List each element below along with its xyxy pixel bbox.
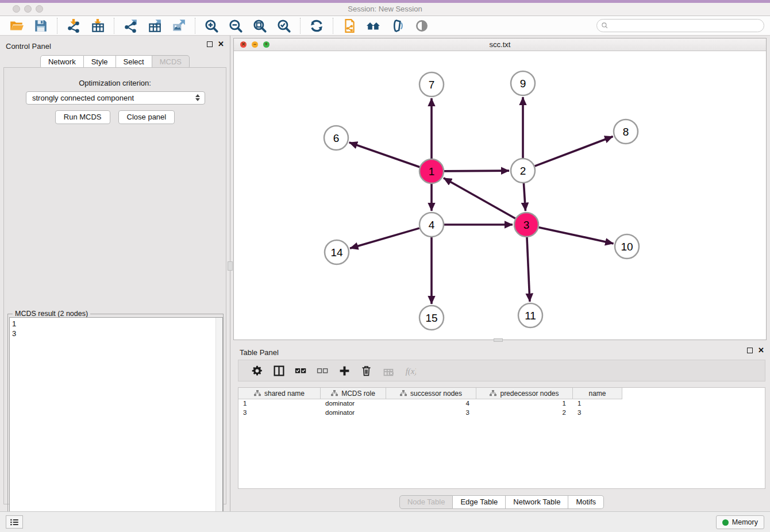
tab-node-table[interactable]: Node Table	[399, 495, 453, 509]
zoom-fit-icon[interactable]	[251, 18, 268, 34]
table-cell[interactable]: 3	[573, 408, 622, 418]
graph-node-9[interactable]: 9	[511, 71, 535, 95]
columns-icon[interactable]	[272, 364, 286, 377]
edge-4-14[interactable]	[350, 228, 419, 248]
close-panel-button[interactable]: Close panel	[118, 110, 175, 124]
table-cell[interactable]: dominator	[321, 408, 386, 418]
toolbar-separator	[114, 18, 114, 34]
float-panel-icon[interactable]	[207, 41, 213, 47]
graphics-details-icon[interactable]	[389, 18, 406, 34]
network-canvas[interactable]: 7968124314101511	[234, 51, 766, 340]
tab-motifs[interactable]: Motifs	[568, 495, 604, 509]
close-panel-icon[interactable]: ✕	[218, 41, 224, 47]
table-cell[interactable]: 3	[386, 408, 476, 418]
attribute-tree-icon	[331, 390, 338, 396]
tab-network-table[interactable]: Network Table	[506, 495, 568, 509]
toolbar-separator	[333, 18, 333, 34]
column-header-successor-nodes[interactable]: successor nodes	[386, 388, 476, 399]
graph-node-4[interactable]: 4	[419, 213, 444, 237]
column-header-shared-name[interactable]: shared name	[238, 388, 321, 399]
export-network-icon[interactable]	[122, 18, 139, 34]
close-window-icon[interactable]	[13, 5, 20, 13]
edge-3-1[interactable]	[444, 178, 515, 218]
frame-close-icon[interactable]: ✕	[240, 41, 247, 48]
select-all-icon[interactable]	[294, 364, 307, 377]
column-header-name[interactable]: name	[573, 388, 622, 399]
export-image-icon[interactable]	[170, 18, 187, 34]
birdseye-view-icon[interactable]	[413, 18, 430, 34]
edge-1-2[interactable]	[444, 171, 509, 171]
save-icon[interactable]	[32, 18, 49, 34]
add-column-icon[interactable]	[337, 364, 351, 377]
refresh-layout-icon[interactable]	[308, 18, 325, 34]
table-row[interactable]: 3dominator323	[238, 408, 765, 418]
graph-node-7[interactable]: 7	[419, 72, 444, 97]
delete-column-icon[interactable]	[359, 364, 373, 377]
table-panel-title: Table Panel	[240, 348, 279, 357]
svg-text:f(x): f(x)	[405, 366, 415, 376]
edge-3-10[interactable]	[538, 228, 613, 244]
open-icon[interactable]	[8, 18, 25, 34]
graph-node-8[interactable]: 8	[614, 119, 638, 144]
result-scrollbar[interactable]	[215, 318, 222, 532]
mcds-result-line: 3	[12, 329, 222, 338]
frame-minimize-icon[interactable]: −	[252, 41, 258, 48]
zoom-in-icon[interactable]	[203, 18, 220, 34]
table-cell[interactable]: 1	[476, 399, 573, 408]
import-network-icon[interactable]	[65, 18, 82, 34]
table-cell[interactable]: 1	[573, 399, 622, 408]
criterion-value: strongly connected component	[32, 94, 134, 102]
column-header-predecessor-nodes[interactable]: predecessor nodes	[476, 388, 573, 399]
edge-2-3[interactable]	[523, 183, 525, 211]
memory-status-icon	[722, 519, 729, 526]
zoom-out-icon[interactable]	[227, 18, 244, 34]
minimize-window-icon[interactable]	[24, 5, 32, 13]
edge-1-6[interactable]	[349, 142, 420, 167]
gear-icon[interactable]	[250, 364, 264, 377]
search-icon	[601, 22, 609, 29]
import-table-icon[interactable]	[89, 18, 106, 34]
zoom-window-icon[interactable]	[36, 5, 43, 13]
task-history-button[interactable]	[6, 515, 23, 529]
edge-3-11[interactable]	[527, 237, 530, 302]
column-header-MCDS-role[interactable]: MCDS role	[321, 388, 386, 399]
graph-node-15[interactable]: 15	[419, 306, 444, 330]
mcds-result-textarea[interactable]: 13	[9, 317, 223, 532]
edge-2-8[interactable]	[535, 137, 613, 167]
home-icon[interactable]	[365, 18, 382, 34]
graph-node-11[interactable]: 11	[518, 303, 542, 327]
graph-node-10[interactable]: 10	[615, 234, 639, 259]
graph-node-14[interactable]: 14	[325, 240, 349, 264]
node-label: 6	[333, 132, 340, 144]
table-cell[interactable]: dominator	[321, 399, 386, 408]
float-table-panel-icon[interactable]	[747, 348, 753, 353]
table-cell[interactable]: 2	[476, 408, 573, 418]
clone-network-icon[interactable]	[341, 18, 358, 34]
export-table-icon[interactable]	[146, 18, 163, 34]
network-frame-titlebar[interactable]: ✕ − + scc.txt	[234, 38, 766, 51]
table-row[interactable]: 1dominator411	[238, 399, 765, 408]
graph-node-1[interactable]: 1	[419, 159, 444, 183]
control-panel: Control Panel ✕ NetworkStyleSelectMCDS O…	[0, 36, 230, 511]
graph-node-3[interactable]: 3	[514, 213, 538, 237]
memory-button[interactable]: Memory	[716, 515, 764, 529]
node-label: 15	[425, 312, 437, 324]
unselect-all-icon[interactable]	[315, 364, 329, 377]
graph-node-2[interactable]: 2	[511, 159, 535, 183]
table-cell[interactable]: 4	[386, 399, 476, 408]
tab-edge-table[interactable]: Edge Table	[453, 495, 506, 509]
graph-node-6[interactable]: 6	[324, 126, 348, 150]
zoom-selected-icon[interactable]	[275, 18, 292, 34]
search-box[interactable]	[596, 19, 764, 32]
mcds-result-line: 1	[12, 319, 222, 329]
table-cell[interactable]: 1	[238, 399, 321, 408]
column-label: predecessor nodes	[500, 390, 559, 398]
frame-maximize-icon[interactable]: +	[263, 41, 270, 48]
run-mcds-button[interactable]: Run MCDS	[55, 110, 110, 124]
criterion-select[interactable]: strongly connected component	[26, 91, 205, 105]
close-table-panel-icon[interactable]: ✕	[758, 348, 764, 353]
vertical-splitter-handle[interactable]	[228, 261, 233, 271]
search-input[interactable]	[609, 22, 764, 30]
node-label: 2	[520, 165, 526, 177]
table-cell[interactable]: 3	[238, 408, 321, 418]
